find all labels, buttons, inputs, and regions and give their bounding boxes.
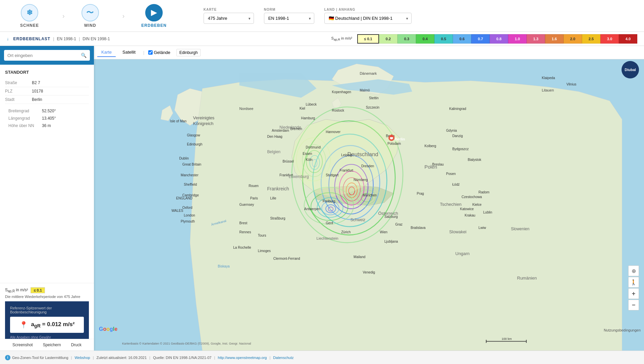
svg-text:Berlin: Berlin xyxy=(386,134,395,138)
svg-text:Den Haag: Den Haag xyxy=(267,135,282,138)
svg-text:Łódź: Łódź xyxy=(452,183,460,186)
search-input[interactable] xyxy=(7,53,81,58)
norm-select[interactable]: EN 1998-1 DIN EN 1998-1 xyxy=(264,13,314,24)
hoehe-label: Höhe über NN xyxy=(5,123,42,128)
legend-cell-12[interactable]: 2.5 xyxy=(582,34,600,44)
tab-karte[interactable]: Karte xyxy=(97,48,116,57)
datenschutz-link[interactable]: Datenschutz xyxy=(273,356,293,360)
diubal-label: Diubal xyxy=(625,68,636,72)
legend-bar: ↓ ERDBEBENLAST | EN 1998-1 | DIN EN 1998… xyxy=(0,32,644,46)
svg-text:Nürnberg: Nürnberg xyxy=(354,178,368,182)
breite-value: 52.520° xyxy=(42,109,56,113)
strasse-row: Straße B2 7 xyxy=(5,79,89,87)
legend-cell-8[interactable]: 1.0 xyxy=(508,34,527,44)
svg-text:Posen: Posen xyxy=(446,172,456,176)
google-logo: Google xyxy=(99,326,117,332)
sap-value: ≤ 0.1 xyxy=(31,287,45,293)
map-container[interactable]: Karte Satellit | Gelände Edinburgh xyxy=(94,46,644,351)
sep4: | xyxy=(214,356,215,360)
gelaende-checkbox[interactable] xyxy=(148,50,153,55)
legend-cell-5[interactable]: 0.6 xyxy=(453,34,471,44)
nutzungsbedingungen[interactable]: Nutzungsbedingungen xyxy=(604,328,641,332)
svg-text:Antwerpen: Antwerpen xyxy=(304,207,320,211)
svg-text:Essen: Essen xyxy=(303,152,312,156)
legend-cell-0[interactable]: ≤ 0.1 xyxy=(357,34,379,44)
svg-text:Berlin: Berlin xyxy=(394,137,405,141)
svg-point-24 xyxy=(361,193,372,202)
nav-wind[interactable]: 〜 WIND xyxy=(75,1,106,31)
legend-cell-1[interactable]: 0.2 xyxy=(379,34,397,44)
svg-point-16 xyxy=(328,207,333,211)
map-zoom-out-btn[interactable]: − xyxy=(628,300,639,310)
map-zoom-in-btn[interactable]: + xyxy=(628,288,639,299)
svg-text:Ungarn: Ungarn xyxy=(455,251,470,256)
diubal-logo[interactable]: Diubal xyxy=(622,61,639,78)
svg-text:Rouen: Rouen xyxy=(249,184,259,188)
plz-row: PLZ 10178 xyxy=(5,87,89,96)
druck-button[interactable]: Druck xyxy=(71,343,82,347)
svg-text:Vereinigtes: Vereinigtes xyxy=(193,115,215,120)
legend-cell-11[interactable]: 2.0 xyxy=(564,34,582,44)
svg-text:Rostock: Rostock xyxy=(332,109,344,112)
gelaende-label: Gelände xyxy=(154,50,170,55)
legend-cell-2[interactable]: 0.3 xyxy=(397,34,416,44)
search-icon[interactable]: 🔍 xyxy=(81,53,87,58)
nav-erdbeben-label: ERDBEBEN xyxy=(141,23,166,28)
legend-cell-4[interactable]: 0.5 xyxy=(434,34,453,44)
svg-text:Guernsey: Guernsey xyxy=(239,203,255,206)
sep5: | xyxy=(269,356,270,360)
tab-separator: | xyxy=(143,50,144,55)
svg-point-2 xyxy=(303,121,395,235)
speichern-button[interactable]: Speichern xyxy=(43,343,61,347)
karte-select[interactable]: 475 Jahre 1000 Jahre 2500 Jahre xyxy=(204,13,254,24)
svg-text:Kolberg: Kolberg xyxy=(425,144,436,148)
webshop-link[interactable]: Webshop xyxy=(74,356,90,360)
hoehe-value: 36 m xyxy=(42,123,51,128)
accel-title: Referenz-Spitzenwert der Bodenbeschleuni… xyxy=(10,306,84,314)
svg-text:Leipzig: Leipzig xyxy=(341,153,352,157)
legend-cell-3[interactable]: 0.4 xyxy=(416,34,434,44)
plz-label: PLZ xyxy=(5,89,32,94)
openstreetmap-link[interactable]: http://www.openstreetmap.org xyxy=(218,356,267,360)
svg-text:Hannover: Hannover xyxy=(326,130,340,134)
legend-cell-7[interactable]: 0.8 xyxy=(490,34,508,44)
svg-text:Slowakei: Slowakei xyxy=(449,229,467,234)
svg-point-96 xyxy=(390,136,393,139)
svg-text:Oxford: Oxford xyxy=(182,206,192,209)
coords-section: Breitengrad 52.520° Längengrad 13.405° H… xyxy=(5,107,89,129)
svg-point-15 xyxy=(326,205,335,213)
erdbebenlast-label: ERDBEBENLAST xyxy=(13,37,51,41)
svg-text:Dublin: Dublin xyxy=(179,157,189,160)
svg-point-19 xyxy=(306,150,322,173)
land-select[interactable]: 🇩🇪 Deutschland | DIN EN 1998-1 🇦🇹 Österr… xyxy=(324,13,412,24)
map-location-btn[interactable]: ⊕ xyxy=(628,265,639,276)
svg-text:Polen: Polen xyxy=(425,164,437,170)
svg-text:Freiburg: Freiburg xyxy=(323,199,335,203)
svg-text:Szczecin: Szczecin xyxy=(366,106,379,109)
svg-text:Dortmund: Dortmund xyxy=(306,145,320,149)
nav-arrow-2: › xyxy=(122,12,125,20)
nav-erdbeben[interactable]: ▶ ERDBEBEN xyxy=(135,1,173,31)
legend-cell-6[interactable]: 0.7 xyxy=(471,34,490,44)
strasse-label: Straße xyxy=(5,80,32,85)
legend-cell-10[interactable]: 1.6 xyxy=(545,34,564,44)
screenshot-button[interactable]: Screenshot xyxy=(12,343,33,347)
legend-cell-9[interactable]: 1.3 xyxy=(527,34,545,44)
nav-schnee[interactable]: ❄ SCHNEE xyxy=(13,1,46,31)
svg-text:Ärmelkanal: Ärmelkanal xyxy=(211,219,227,227)
updated-text: Zuletzt aktualisiert: 16.09.2021 xyxy=(97,356,147,360)
legend-title: Sap,R in m/s² xyxy=(331,36,352,41)
location-tag: Edinburgh xyxy=(176,49,201,56)
svg-text:Isle of Man: Isle of Man xyxy=(170,119,186,123)
legend-cell-13[interactable]: 3.0 xyxy=(600,34,619,44)
tab-satellit[interactable]: Satellit xyxy=(118,48,140,57)
map-person-btn[interactable]: 🚶 xyxy=(628,277,639,288)
gelaende-check[interactable]: Gelände xyxy=(148,50,170,55)
svg-text:Potsdam: Potsdam xyxy=(387,142,401,145)
legend-cell-14[interactable]: 4.0 xyxy=(619,34,637,44)
nav-schnee-label: SCHNEE xyxy=(20,23,39,28)
svg-point-20 xyxy=(310,156,319,170)
svg-text:Slowenien: Slowenien xyxy=(511,227,529,231)
bar-sep2: | xyxy=(79,36,80,41)
svg-text:Clermont-Ferrand: Clermont-Ferrand xyxy=(273,257,300,260)
